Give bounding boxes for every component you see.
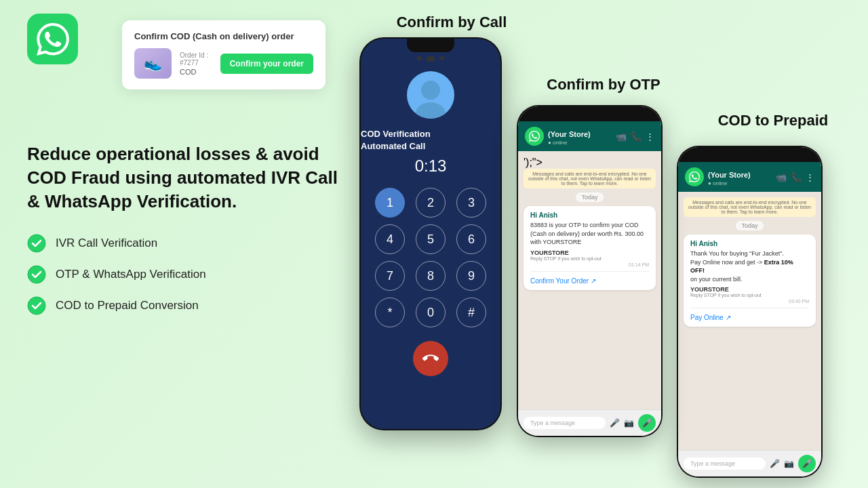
wa-privacy-notice-prepaid: Messages and calls are end-to-end encryp… [684, 197, 816, 217]
dialpad: 1 2 3 4 5 6 7 8 9 * 0 # [361, 188, 500, 327]
wa-sender-prepaid: Hi Anish [690, 240, 809, 247]
dial-8[interactable]: 8 [416, 261, 446, 291]
end-call-button[interactable] [413, 341, 448, 376]
wa-confirm-link[interactable]: Confirm Your Order ↗ [530, 277, 649, 285]
phone-prepaid-screen: (Your Store) ● online 📹 📞 ⋮ Messages and… [678, 147, 821, 476]
cod-label: COD [180, 68, 212, 76]
dial-7[interactable]: 7 [375, 261, 405, 291]
feature-otp-label: OTP & WhatsApp Verification [56, 268, 206, 281]
check-icon-prepaid [27, 296, 46, 315]
left-section: Confirm COD (Cash on delivery) order 👟 O… [27, 14, 339, 315]
svg-point-3 [421, 81, 440, 100]
wa-input-otp[interactable]: Type a message [524, 417, 606, 429]
wa-privacy-notice-otp: Messages and calls are end-to-end encryp… [524, 169, 656, 188]
phone-notch-call [407, 39, 454, 52]
svg-point-0 [28, 235, 45, 252]
cod-shoe-image: 👟 [134, 48, 172, 79]
wa-sender-otp: Hi Anish [530, 211, 649, 219]
wa-mic-otp[interactable]: 🎤 [638, 414, 656, 432]
wa-header-otp: (Your Store) ● online 📹 📞 ⋮ [518, 121, 661, 151]
wa-footer-otp: Type a message 🎤 📷 🎤 [518, 409, 661, 436]
wa-input-prepaid[interactable]: Type a message [684, 458, 766, 470]
wa-date-prepaid: Today [736, 221, 763, 230]
wa-store-name-prepaid: (Your Store) [708, 171, 751, 179]
wa-notch-prepaid [730, 147, 770, 158]
dial-4[interactable]: 4 [375, 224, 405, 254]
phone-call: COD Verification Automated Call 0:13 1 2… [359, 37, 502, 430]
dial-6[interactable]: 6 [456, 224, 486, 254]
dial-9[interactable]: 9 [456, 261, 486, 291]
wa-time-otp: 01:14 PM [530, 262, 649, 267]
check-icon-ivr [27, 234, 46, 253]
wa-header-prepaid: (Your Store) ● online 📹 📞 ⋮ [678, 162, 821, 192]
phone-otp-screen: (Your Store) ● online 📹 📞 ⋮ ');"> Messag… [518, 106, 661, 436]
cod-card-title: Confirm COD (Cash on delivery) order [134, 31, 313, 41]
feature-prepaid: COD to Prepaid Conversion [27, 296, 339, 315]
cod-card: Confirm COD (Cash on delivery) order 👟 O… [122, 20, 326, 89]
cod-order-info: Order Id : #7277 COD [180, 52, 212, 76]
dial-1[interactable]: 1 [375, 188, 405, 218]
dial-star[interactable]: * [375, 298, 405, 327]
otp-section-title: Confirm by OTP [536, 76, 671, 94]
prepaid-section-title: COD to Prepaid [698, 112, 848, 129]
dial-hash[interactable]: # [456, 298, 486, 327]
phone-otp: (Your Store) ● online 📹 📞 ⋮ ');"> Messag… [517, 105, 663, 437]
cod-order-id: Order Id : #7277 [180, 52, 212, 66]
wa-time-prepaid: 03:40 PM [690, 299, 809, 304]
dial-0[interactable]: 0 [416, 298, 446, 327]
wa-footer-prepaid: Type a message 🎤 📷 🎤 [678, 450, 821, 476]
call-section-title: Confirm by Call [391, 14, 513, 31]
wa-mic-prepaid[interactable]: 🎤 [798, 455, 816, 472]
wa-reply-hint-prepaid: Reply STOP if you wish to opt-out [690, 293, 809, 298]
wa-date-otp: Today [576, 192, 603, 202]
check-icon-otp [27, 265, 46, 284]
wa-text-otp: 83883 is your OTP to confirm your COD (C… [530, 221, 649, 247]
call-timer: 0:13 [361, 157, 500, 176]
wa-body-otp: ');"> Messages and calls are end-to-end … [518, 151, 661, 409]
call-screen-title: COD Verification Automated Call [361, 128, 500, 152]
wa-message-otp: Hi Anish 83883 is your OTP to confirm yo… [524, 206, 656, 290]
wa-notch-otp [570, 106, 610, 117]
wa-message-prepaid: Hi Anish Thank You for buying "Fur Jacke… [684, 235, 816, 327]
wa-body-prepaid: Messages and calls are end-to-end encryp… [678, 192, 821, 450]
wa-store-name-otp: (Your Store) [548, 130, 591, 138]
svg-point-2 [28, 297, 45, 314]
whatsapp-icon [27, 14, 78, 64]
features-list: IVR Call Verification OTP & WhatsApp Ver… [27, 234, 339, 315]
wa-pay-link[interactable]: Pay Online ↗ [690, 314, 809, 321]
dial-5[interactable]: 5 [416, 224, 446, 254]
wa-store-tag-otp: YOURSTORE [530, 249, 649, 256]
cod-confirm-button[interactable]: Confirm your order [220, 54, 313, 74]
wa-reply-hint-otp: Reply STOP if you wish to opt-out [530, 256, 649, 261]
svg-point-1 [28, 266, 45, 283]
dial-2[interactable]: 2 [416, 188, 446, 218]
feature-ivr: IVR Call Verification [27, 234, 339, 253]
wa-text-prepaid: Thank You for buying "Fur Jacket". Pay O… [690, 249, 809, 283]
feature-ivr-label: IVR Call Verification [56, 237, 157, 250]
svg-point-4 [416, 102, 446, 119]
caller-avatar [407, 71, 454, 119]
phone-prepaid: (Your Store) ● online 📹 📞 ⋮ Messages and… [677, 146, 823, 478]
feature-prepaid-label: COD to Prepaid Conversion [56, 299, 199, 312]
feature-otp: OTP & WhatsApp Verification [27, 265, 339, 284]
phone-call-screen: COD Verification Automated Call 0:13 1 2… [361, 39, 500, 429]
headline: Reduce operational losses & avoid COD Fr… [27, 142, 339, 214]
wa-store-tag-prepaid: YOURSTORE [690, 286, 809, 293]
dial-3[interactable]: 3 [456, 188, 486, 218]
